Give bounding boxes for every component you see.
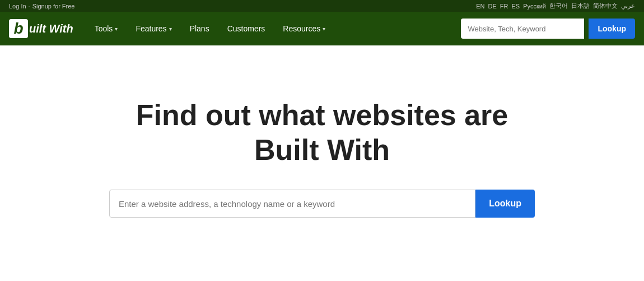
- nav-tools[interactable]: Tools ▾: [87, 12, 126, 45]
- hero-headline-line1: Find out what websites are: [136, 99, 508, 131]
- hero-section: Find out what websites are Built With Lo…: [0, 45, 644, 259]
- hero-headline-line2: Built With: [254, 133, 390, 166]
- lang-ja[interactable]: 日本語: [571, 2, 590, 10]
- nav-features[interactable]: Features ▾: [128, 12, 179, 45]
- lang-ru[interactable]: Русский: [523, 3, 546, 10]
- logo-letter: b: [9, 19, 28, 38]
- nav-search-button[interactable]: Lookup: [589, 19, 635, 39]
- nav-plans[interactable]: Plans: [182, 12, 217, 45]
- logo-link[interactable]: b uilt With: [9, 19, 73, 38]
- lang-de[interactable]: DE: [488, 3, 497, 10]
- nav-search-input[interactable]: [461, 19, 584, 39]
- lang-es[interactable]: ES: [511, 3, 520, 10]
- hero-search-area: Lookup: [109, 190, 535, 218]
- nav-search-area: Lookup: [461, 19, 635, 39]
- language-bar: Log In · Signup for Free EN DE FR ES Рус…: [0, 0, 644, 12]
- lang-zh[interactable]: 简体中文: [593, 2, 618, 10]
- hero-search-button[interactable]: Lookup: [475, 190, 535, 218]
- auth-links: Log In · Signup for Free: [9, 3, 74, 10]
- signup-link[interactable]: Signup for Free: [32, 3, 75, 10]
- auth-separator: ·: [29, 3, 30, 10]
- nav-resources[interactable]: Resources ▾: [275, 12, 333, 45]
- lang-ar[interactable]: عربي: [621, 2, 635, 10]
- login-link[interactable]: Log In: [9, 3, 26, 10]
- main-navbar: b uilt With Tools ▾ Features ▾ Plans Cus…: [0, 12, 644, 45]
- features-dropdown-arrow: ▾: [169, 26, 172, 32]
- logo-text: uilt With: [29, 22, 73, 35]
- nav-customers[interactable]: Customers: [220, 12, 273, 45]
- lang-ko[interactable]: 한국어: [549, 2, 568, 10]
- lang-en[interactable]: EN: [476, 3, 484, 10]
- resources-dropdown-arrow: ▾: [323, 26, 325, 32]
- hero-headline: Find out what websites are Built With: [136, 98, 508, 168]
- hero-search-input[interactable]: [109, 190, 475, 218]
- language-links: EN DE FR ES Русский 한국어 日本語 简体中文 عربي: [476, 2, 635, 10]
- tools-dropdown-arrow: ▾: [115, 26, 118, 32]
- nav-items: Tools ▾ Features ▾ Plans Customers Resou…: [87, 12, 461, 45]
- lang-fr[interactable]: FR: [500, 3, 508, 10]
